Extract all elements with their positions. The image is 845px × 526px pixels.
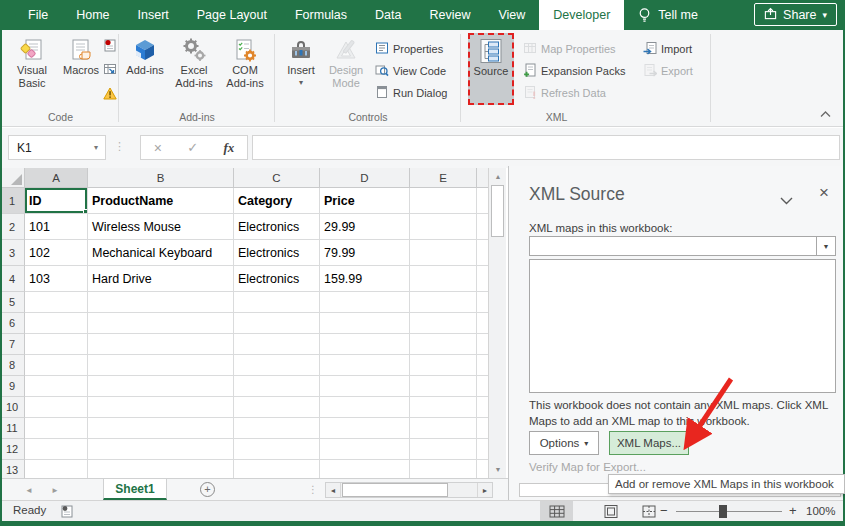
cell-E5[interactable] <box>410 292 477 313</box>
cell-C8[interactable] <box>234 355 320 376</box>
cell-E6[interactable] <box>410 313 477 334</box>
row-header-10[interactable]: 10 <box>0 397 25 418</box>
vertical-scrollbar[interactable]: ▲ ▼ <box>488 168 506 478</box>
cell-F4[interactable] <box>477 266 488 292</box>
cell-A1[interactable]: ID <box>25 188 88 214</box>
cell-C9[interactable] <box>234 376 320 397</box>
cell-D6[interactable] <box>320 313 410 334</box>
cell-D2[interactable]: 29.99 <box>320 214 410 240</box>
tab-formulas[interactable]: Formulas <box>281 0 361 30</box>
cell-B10[interactable] <box>88 397 234 418</box>
cell-F5[interactable] <box>477 292 488 313</box>
cell-B9[interactable] <box>88 376 234 397</box>
macro-record-status-icon[interactable] <box>60 504 74 522</box>
cell-B6[interactable] <box>88 313 234 334</box>
row-header-5[interactable]: 5 <box>0 292 25 313</box>
cell-E10[interactable] <box>410 397 477 418</box>
cancel-icon[interactable]: × <box>154 140 162 156</box>
cell-D13[interactable] <box>320 460 410 478</box>
com-add-ins-button[interactable]: COM Add-ins <box>221 33 269 103</box>
macros-button[interactable]: Macros <box>60 33 102 103</box>
row-header-2[interactable]: 2 <box>0 214 25 240</box>
cell-D12[interactable] <box>320 439 410 460</box>
cell-F1[interactable] <box>477 188 488 214</box>
tab-review[interactable]: Review <box>415 0 484 30</box>
cell-E1[interactable] <box>410 188 477 214</box>
dropdown-arrow-icon[interactable]: ▼ <box>816 237 835 255</box>
tab-page-layout[interactable]: Page Layout <box>183 0 281 30</box>
vertical-scrollbar-thumb[interactable] <box>491 185 504 237</box>
cell-D1[interactable]: Price <box>320 188 410 214</box>
cell-A11[interactable] <box>25 418 88 439</box>
pane-close-icon[interactable]: × <box>819 184 829 201</box>
row-header-11[interactable]: 11 <box>0 418 25 439</box>
zoom-out-icon[interactable]: − <box>660 503 668 518</box>
view-code-button[interactable]: View Code <box>375 61 446 81</box>
cell-C5[interactable] <box>234 292 320 313</box>
cell-E12[interactable] <box>410 439 477 460</box>
cell-B7[interactable] <box>88 334 234 355</box>
expansion-packs-button[interactable]: Expansion Packs <box>523 61 625 81</box>
new-sheet-button[interactable]: + <box>200 482 215 497</box>
row-header-1[interactable]: 1 <box>0 188 25 214</box>
xml-maps-dropdown[interactable]: ▼ <box>529 236 836 256</box>
cell-A7[interactable] <box>25 334 88 355</box>
zoom-in-icon[interactable]: + <box>789 503 797 518</box>
tab-insert[interactable]: Insert <box>124 0 183 30</box>
xml-source-button[interactable]: Source <box>468 33 514 105</box>
tab-file[interactable]: File <box>14 0 62 30</box>
cell-E9[interactable] <box>410 376 477 397</box>
cell-A2[interactable]: 101 <box>25 214 88 240</box>
enter-icon[interactable]: ✓ <box>187 140 198 155</box>
fill-handle[interactable] <box>83 209 88 214</box>
properties-button[interactable]: Properties <box>375 39 443 59</box>
formula-input[interactable] <box>252 135 840 160</box>
cell-D5[interactable] <box>320 292 410 313</box>
column-header-b[interactable]: B <box>88 168 234 188</box>
cell-E3[interactable] <box>410 240 477 266</box>
row-header-7[interactable]: 7 <box>0 334 25 355</box>
select-all-button[interactable] <box>0 168 25 188</box>
cell-A8[interactable] <box>25 355 88 376</box>
scroll-down-icon[interactable]: ▼ <box>490 462 506 477</box>
cell-B11[interactable] <box>88 418 234 439</box>
horizontal-scrollbar[interactable]: ◄ ► <box>325 482 493 498</box>
cell-F12[interactable] <box>477 439 488 460</box>
cell-E8[interactable] <box>410 355 477 376</box>
cell-D3[interactable]: 79.99 <box>320 240 410 266</box>
cell-A6[interactable] <box>25 313 88 334</box>
column-header-e[interactable]: E <box>410 168 477 188</box>
zoom-slider-thumb[interactable] <box>719 505 727 518</box>
row-header-13[interactable]: 13 <box>0 460 25 478</box>
xml-maps-button[interactable]: XML Maps... <box>609 431 689 455</box>
cell-F3[interactable] <box>477 240 488 266</box>
cell-B1[interactable]: ProductName <box>88 188 234 214</box>
cell-C6[interactable] <box>234 313 320 334</box>
run-dialog-button[interactable]: Run Dialog <box>375 83 447 103</box>
cell-A10[interactable] <box>25 397 88 418</box>
cell-A4[interactable]: 103 <box>25 266 88 292</box>
cell-B8[interactable] <box>88 355 234 376</box>
formula-bar-grip[interactable]: ⋮ <box>114 140 125 153</box>
cell-B4[interactable]: Hard Drive <box>88 266 234 292</box>
cell-C4[interactable]: Electronics <box>234 266 320 292</box>
cell-B13[interactable] <box>88 460 234 478</box>
insert-control-button[interactable]: Insert ▾ <box>281 33 321 103</box>
cell-A13[interactable] <box>25 460 88 478</box>
cell-F8[interactable] <box>477 355 488 376</box>
zoom-slider-track[interactable] <box>676 511 782 512</box>
row-header-9[interactable]: 9 <box>0 376 25 397</box>
cell-C13[interactable] <box>234 460 320 478</box>
cell-C12[interactable] <box>234 439 320 460</box>
cell-D7[interactable] <box>320 334 410 355</box>
horizontal-scrollbar-thumb[interactable] <box>342 483 448 497</box>
cell-A5[interactable] <box>25 292 88 313</box>
cell-D4[interactable]: 159.99 <box>320 266 410 292</box>
cell-C7[interactable] <box>234 334 320 355</box>
cell-B5[interactable] <box>88 292 234 313</box>
options-button[interactable]: Options ▾ <box>529 431 599 455</box>
cell-A12[interactable] <box>25 439 88 460</box>
cell-D8[interactable] <box>320 355 410 376</box>
tab-tell-me[interactable]: Tell me <box>624 0 712 30</box>
cell-F6[interactable] <box>477 313 488 334</box>
